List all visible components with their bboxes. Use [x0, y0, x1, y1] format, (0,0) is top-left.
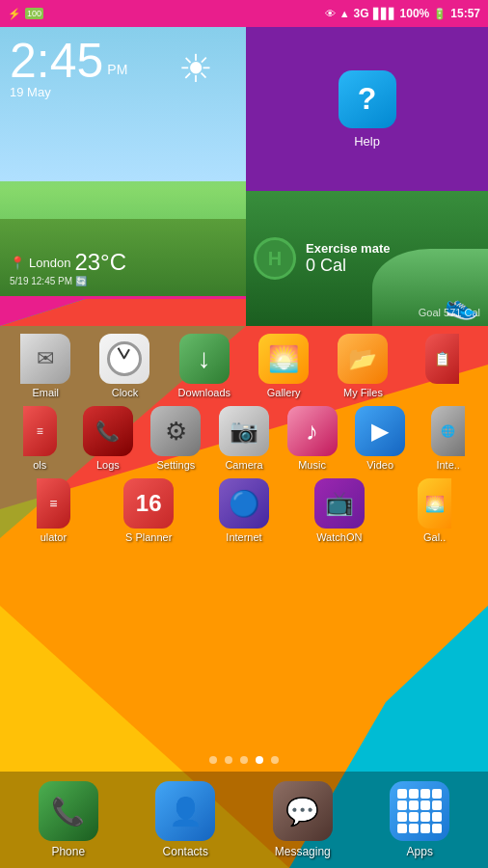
dock-messaging[interactable]: 💬 Messaging — [264, 781, 341, 858]
dock-apps[interactable]: Apps — [381, 781, 458, 858]
watchon-label: WatchON — [316, 531, 362, 543]
settings-icon[interactable]: ⚙ — [150, 406, 201, 456]
dot-5[interactable] — [271, 756, 279, 764]
video-icon[interactable]: ▶ — [355, 406, 405, 456]
app-row-1: ✉ Email Clock ↓ Downloads 🌅 Gallery — [4, 334, 484, 398]
gallery-partial-label: Gal.. — [423, 531, 446, 543]
downloads-label: Downloads — [178, 387, 230, 398]
app-internet[interactable]: 🔵 Internet — [210, 478, 278, 543]
dock-contacts[interactable]: 👤 Contacts — [147, 781, 224, 858]
grid-icon — [393, 785, 446, 837]
app-row-2: ≡ ols 📞 Logs ⚙ Settings 📷 Camera ♪ — [4, 406, 484, 471]
dot-4-active[interactable] — [256, 756, 263, 764]
tools-label: ols — [33, 459, 46, 471]
bottom-dock: 📞 Phone 👤 Contacts 💬 Messaging Apps — [0, 772, 488, 868]
eye-icon: 👁 — [325, 8, 336, 19]
page-dots — [0, 756, 488, 764]
app-splanner[interactable]: 16 S Planner — [115, 478, 182, 543]
email-icon[interactable]: ✉ — [20, 334, 70, 384]
myfiles-label: My Files — [343, 387, 383, 398]
exercise-title: Exercise mate — [306, 241, 390, 256]
help-icon[interactable]: ? — [339, 70, 396, 128]
app-tools-partial[interactable]: ≡ ols — [6, 406, 73, 471]
logs-icon[interactable]: 📞 — [83, 406, 133, 456]
camera-icon[interactable]: 📷 — [219, 406, 269, 456]
exercise-info: Exercise mate 0 Cal — [306, 241, 390, 276]
status-right: 👁 ▲ 3G ▋▋▋ 100% 🔋 15:57 — [325, 7, 480, 20]
battery-percent: 100% — [400, 7, 430, 20]
app-calculator-partial[interactable]: ≡ ulator — [19, 478, 87, 543]
internet-partial-label: Inte.. — [436, 459, 459, 471]
downloads-icon[interactable]: ↓ — [179, 334, 230, 384]
app-video[interactable]: ▶ Video — [346, 406, 414, 471]
right-widgets: ? Help 👟 H Exercise mate 0 Cal Goal 571 … — [246, 27, 488, 326]
wifi-icon: ▲ — [339, 8, 350, 19]
app-logs-partial[interactable]: 📋 — [409, 334, 476, 398]
clock-icon[interactable] — [99, 334, 149, 384]
camera-label: Camera — [225, 459, 262, 471]
android-icon: 100 — [25, 8, 43, 19]
weather-ampm: PM — [107, 62, 127, 77]
help-widget[interactable]: ? Help — [246, 27, 488, 191]
clock-label: Clock — [112, 387, 139, 398]
contacts-dock-label: Contacts — [163, 845, 208, 858]
exercise-widget[interactable]: 👟 H Exercise mate 0 Cal Goal 571 Cal — [246, 191, 488, 326]
gallery-label: Gallery — [267, 387, 301, 398]
app-clock[interactable]: Clock — [91, 334, 158, 398]
app-watchon[interactable]: 📺 WatchON — [306, 478, 373, 543]
app-internet-partial[interactable]: 🌐 Inte.. — [415, 406, 482, 471]
clock-face — [107, 341, 142, 376]
exercise-icon: H — [254, 237, 296, 280]
watchon-icon[interactable]: 📺 — [314, 478, 365, 529]
weather-widget[interactable]: ☀ 2:45 PM 19 May 📍 London 23°C 5/19 12:4… — [0, 27, 246, 299]
app-email[interactable]: ✉ Email — [12, 334, 79, 398]
gallery-partial-icon[interactable]: 🌅 — [418, 478, 451, 529]
internet-icon[interactable]: 🔵 — [219, 478, 269, 529]
apps-grid: ✉ Email Clock ↓ Downloads 🌅 Gallery — [0, 326, 488, 558]
splanner-icon[interactable]: 16 — [123, 478, 174, 529]
app-row-3: ≡ ulator 16 S Planner 🔵 Internet 📺 Watch… — [4, 478, 484, 543]
signal-bars-icon: ▋▋▋ — [373, 8, 396, 20]
music-label: Music — [298, 459, 326, 471]
apps-dock-icon[interactable] — [390, 781, 449, 841]
music-icon[interactable]: ♪ — [287, 406, 338, 456]
weather-temp: 23°C — [74, 249, 126, 276]
weather-time: 2:45 — [10, 37, 103, 85]
logs-label: Logs — [96, 459, 120, 471]
app-logs[interactable]: 📞 Logs — [74, 406, 142, 471]
app-downloads[interactable]: ↓ Downloads — [171, 334, 238, 398]
internet-label: Internet — [226, 531, 261, 543]
video-label: Video — [366, 459, 393, 471]
calculator-partial-icon[interactable]: ≡ — [37, 478, 70, 529]
app-music[interactable]: ♪ Music — [279, 406, 346, 471]
dock-phone[interactable]: 📞 Phone — [30, 781, 107, 858]
gallery-icon[interactable]: 🌅 — [258, 334, 309, 384]
clock-time: 15:57 — [450, 7, 480, 20]
weather-time-content: 2:45 PM 19 May — [10, 37, 127, 99]
location-icon: 📍 — [10, 256, 25, 270]
logs-partial-icon[interactable]: 📋 — [425, 334, 459, 384]
app-gallery-partial[interactable]: 🌅 Gal.. — [401, 478, 469, 543]
app-camera[interactable]: 📷 Camera — [210, 406, 278, 471]
status-left: ⚡ 100 — [8, 8, 43, 20]
dot-1[interactable] — [209, 756, 217, 764]
dot-3[interactable] — [240, 756, 248, 764]
tools-partial-icon[interactable]: ≡ — [23, 406, 57, 456]
clock-hour-hand — [124, 349, 131, 359]
messaging-dock-icon[interactable]: 💬 — [273, 781, 333, 841]
calculator-label: ulator — [41, 531, 68, 543]
myfiles-icon[interactable]: 📂 — [338, 334, 388, 384]
app-myfiles[interactable]: 📂 My Files — [329, 334, 396, 398]
app-settings[interactable]: ⚙ Settings — [142, 406, 209, 471]
battery-icon: 🔋 — [433, 8, 447, 20]
weather-location-content: 📍 London 23°C 5/19 12:45 PM 🔄 — [10, 249, 126, 286]
internet-partial-icon[interactable]: 🌐 — [431, 406, 465, 456]
phone-dock-icon[interactable]: 📞 — [39, 781, 98, 841]
apps-dock-label: Apps — [407, 845, 433, 858]
phone-dock-label: Phone — [51, 845, 85, 858]
usb-icon: ⚡ — [8, 8, 21, 20]
help-label: Help — [354, 134, 380, 149]
contacts-dock-icon[interactable]: 👤 — [155, 781, 215, 841]
dot-2[interactable] — [225, 756, 232, 764]
app-gallery[interactable]: 🌅 Gallery — [250, 334, 317, 398]
